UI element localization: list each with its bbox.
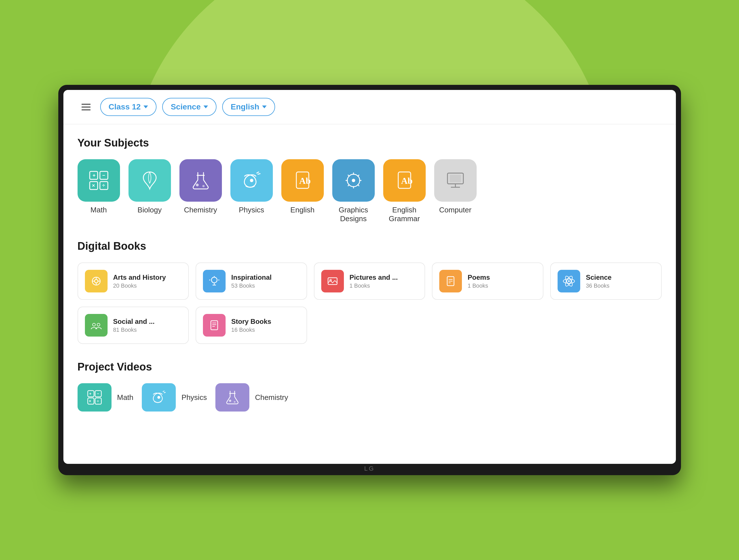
pictures-icon-bg (321, 270, 344, 293)
inspirational-icon (208, 275, 220, 288)
math-icon: + − × ÷ (88, 169, 110, 192)
project-videos-title: Project Videos (78, 361, 662, 373)
computer-icon (444, 169, 467, 192)
science-count: 36 Books (586, 283, 612, 289)
subject-biology[interactable]: Biology (129, 159, 171, 223)
books-row-2: Social and ... 81 Books (78, 307, 662, 344)
social-icon (90, 319, 103, 332)
svg-rect-31 (450, 175, 461, 182)
english-icon-bg: Ab (281, 159, 324, 202)
subject-computer[interactable]: Computer (434, 159, 477, 223)
english-label: English (290, 206, 314, 214)
poems-info: Poems 1 Books (468, 273, 490, 289)
social-icon-bg (85, 314, 108, 337)
svg-text:÷: ÷ (97, 399, 99, 403)
subject-english[interactable]: Ab English (281, 159, 324, 223)
subject-grammar[interactable]: Ab EnglishGrammar (383, 159, 426, 223)
pictures-name: Pictures and ... (349, 273, 398, 282)
biology-label: Biology (138, 206, 162, 214)
story-info: Story Books 16 Books (231, 318, 271, 333)
grammar-label: EnglishGrammar (389, 206, 420, 223)
pictures-icon (326, 275, 339, 288)
computer-label: Computer (439, 206, 471, 214)
chemistry-icon (189, 169, 212, 192)
videos-grid: + − × ÷ Math (78, 383, 662, 411)
video-physics[interactable]: Physics (142, 383, 207, 411)
book-inspirational[interactable]: Inspirational 53 Books (195, 262, 307, 300)
svg-point-10 (202, 185, 205, 187)
story-count: 16 Books (231, 327, 271, 333)
book-pictures[interactable]: Pictures and ... 1 Books (314, 262, 425, 300)
computer-icon-bg (434, 159, 477, 202)
svg-line-70 (163, 391, 164, 392)
science-dropdown[interactable]: Science (162, 98, 216, 116)
biology-icon (138, 169, 161, 192)
svg-point-56 (97, 323, 100, 326)
tv-frame: Class 12 Science English Your Subjects (58, 85, 681, 475)
physics-icon-bg (231, 159, 273, 202)
arts-icon-bg (85, 270, 108, 293)
pictures-info: Pictures and ... 1 Books (349, 273, 398, 289)
subject-math[interactable]: + − × ÷ Math (78, 159, 120, 223)
svg-line-23 (357, 184, 359, 186)
grammar-icon-bg: Ab (383, 159, 426, 202)
social-count: 81 Books (113, 327, 155, 333)
books-row-1: Arts and History 20 Books (78, 262, 662, 300)
story-icon (208, 319, 220, 332)
book-arts[interactable]: Arts and History 20 Books (78, 262, 189, 300)
english-dropdown[interactable]: English (222, 98, 275, 116)
class-dropdown[interactable]: Class 12 (100, 98, 157, 116)
header: Class 12 Science English (63, 90, 676, 125)
svg-point-17 (352, 179, 355, 182)
physics-label: Physics (239, 206, 264, 214)
book-story[interactable]: Story Books 16 Books (195, 307, 307, 344)
subject-chemistry[interactable]: Chemistry (179, 159, 222, 223)
video-math[interactable]: + − × ÷ Math (78, 383, 134, 411)
poems-icon (444, 275, 457, 288)
math-label: Math (91, 206, 107, 214)
english-icon: Ab (291, 169, 314, 192)
svg-line-13 (258, 174, 260, 174)
physics-video-icon (150, 389, 167, 406)
chemistry-icon-bg (179, 159, 222, 202)
video-chemistry[interactable]: Chemistry (215, 383, 288, 411)
physics-video-icon-bg (142, 383, 176, 411)
svg-point-33 (95, 279, 98, 283)
story-icon-bg (203, 314, 226, 337)
svg-text:−: − (102, 173, 105, 178)
graphics-icon (342, 169, 365, 192)
book-science[interactable]: Science 36 Books (550, 262, 662, 300)
math-icon-bg: + − × ÷ (78, 159, 120, 202)
svg-point-38 (211, 277, 217, 283)
chemistry-video-icon-bg (215, 383, 249, 411)
grammar-icon: Ab (393, 169, 416, 192)
chevron-down-icon (144, 106, 148, 108)
subject-graphics[interactable]: GraphicsDesigns (332, 159, 375, 223)
subject-physics[interactable]: Physics (231, 159, 273, 223)
svg-point-54 (568, 280, 570, 282)
inspirational-name: Inspirational (231, 273, 272, 282)
book-social[interactable]: Social and ... 81 Books (78, 307, 189, 344)
subjects-section: Your Subjects + − × (78, 137, 662, 223)
arts-name: Arts and History (113, 273, 166, 282)
project-videos-section: Project Videos + − × (78, 361, 662, 411)
poems-count: 1 Books (468, 283, 490, 289)
science-icon (563, 275, 575, 288)
science-info: Science 36 Books (586, 273, 612, 289)
math-video-icon: + − × ÷ (86, 389, 103, 406)
menu-button[interactable] (78, 99, 95, 116)
arts-info: Arts and History 20 Books (113, 273, 166, 289)
poems-icon-bg (439, 270, 462, 293)
book-poems[interactable]: Poems 1 Books (432, 262, 544, 300)
svg-line-24 (357, 175, 359, 177)
math-video-label: Math (117, 393, 134, 402)
social-info: Social and ... 81 Books (113, 318, 155, 333)
physics-video-label: Physics (181, 393, 207, 402)
svg-point-9 (196, 184, 199, 186)
subjects-grid: + − × ÷ Math (78, 159, 662, 223)
svg-point-74 (234, 401, 236, 403)
chemistry-video-label: Chemistry (255, 393, 288, 402)
physics-icon (240, 169, 263, 192)
graphics-label: GraphicsDesigns (338, 206, 368, 223)
subjects-title: Your Subjects (78, 137, 662, 149)
